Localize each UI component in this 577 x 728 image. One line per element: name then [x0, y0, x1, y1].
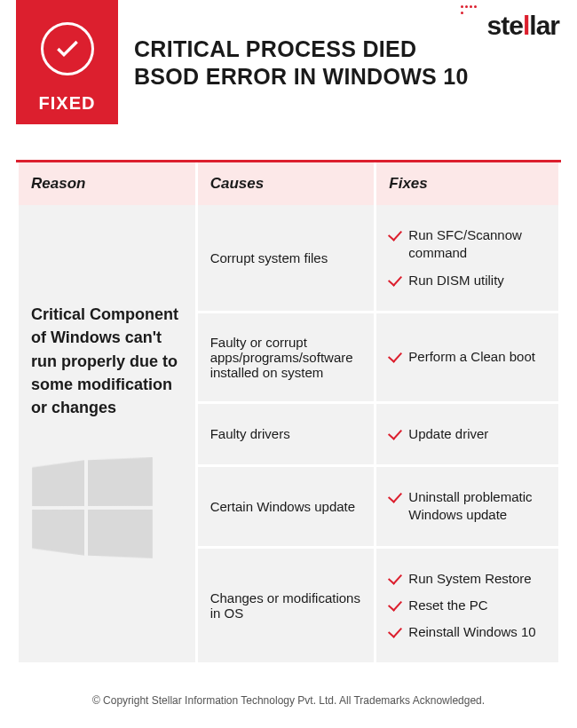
- th-causes: Causes: [198, 162, 375, 205]
- fix-item: Perform a Clean boot: [389, 348, 546, 366]
- th-reason: Reason: [19, 162, 195, 205]
- reason-text: Critical Component of Windows can't run …: [31, 303, 183, 418]
- fix-item: Update driver: [389, 425, 546, 443]
- title-line-2: BSOD ERROR IN WINDOWS 10: [134, 64, 469, 89]
- brand-logo: stellar: [487, 11, 559, 41]
- windows-logo-icon: [32, 457, 147, 566]
- th-fixes: Fixes: [376, 162, 558, 205]
- badge-label: FIXED: [39, 93, 96, 114]
- fix-item: Run SFC/Scannow command: [389, 226, 546, 263]
- reason-cell: Critical Component of Windows can't run …: [19, 205, 195, 665]
- fix-item: Run System Restore: [389, 570, 546, 588]
- fix-cell: Update driver: [376, 404, 558, 467]
- fix-item: Reinstall Windows 10: [389, 623, 546, 641]
- title-line-1: CRITICAL PROCESS DIED: [134, 36, 416, 61]
- fix-cell: Run SFC/Scannow command Run DISM utility: [376, 205, 558, 313]
- info-table: Reason Causes Fixes Critical Component o…: [16, 160, 561, 665]
- cause-cell: Faulty drivers: [198, 404, 375, 467]
- fix-cell: Uninstall problematic Windows update: [376, 467, 558, 549]
- fix-item: Run DISM utility: [389, 272, 546, 289]
- fix-cell: Perform a Clean boot: [376, 313, 558, 404]
- check-circle-icon: [41, 22, 94, 75]
- cause-cell: Faulty or corrupt apps/programs/software…: [198, 313, 375, 404]
- fix-cell: Run System Restore Reset the PC Reinstal…: [376, 549, 558, 666]
- fix-item: Reset the PC: [389, 597, 546, 614]
- cause-cell: Certain Windows update: [198, 467, 375, 549]
- copyright-footer: © Copyright Stellar Information Technolo…: [0, 694, 577, 707]
- cause-cell: Corrupt system files: [198, 205, 375, 313]
- cause-cell: Changes or modifications in OS: [198, 549, 375, 666]
- fix-item: Uninstall problematic Windows update: [389, 488, 546, 525]
- fixed-badge: FIXED: [16, 0, 118, 124]
